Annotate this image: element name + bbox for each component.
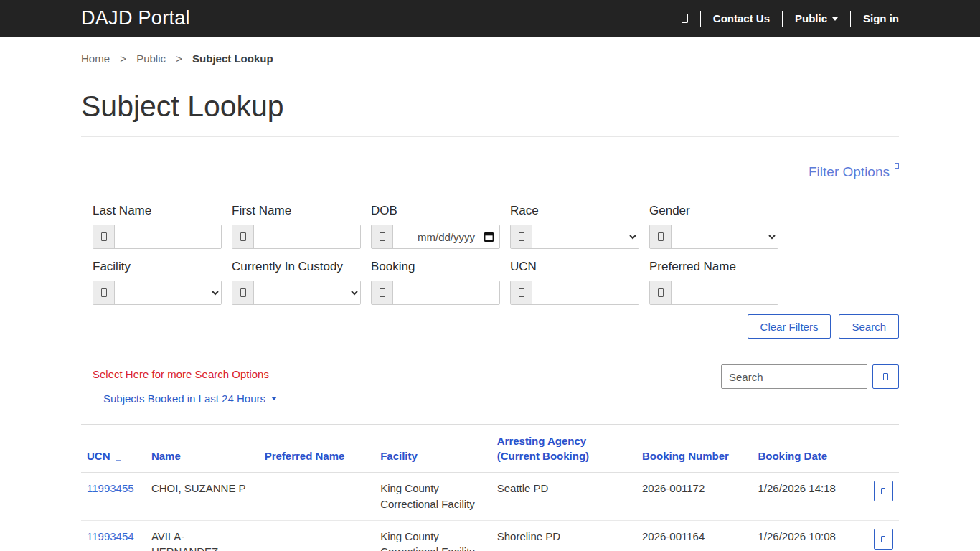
breadcrumb-separator: > [120,52,126,65]
preferred-name-input[interactable] [672,281,778,304]
document-icon [881,536,885,542]
last-name-input[interactable] [115,225,221,248]
breadcrumb-home[interactable]: Home [81,52,110,65]
col-name[interactable]: Name [146,425,259,473]
breadcrumb-current: Subject Lookup [192,52,273,65]
dob-label: DOB [371,204,500,218]
col-facility[interactable]: Facility [374,425,491,473]
row-detail-button[interactable] [874,529,893,550]
first-name-addon [232,225,254,248]
ucn-input[interactable] [532,281,639,304]
results-table: UCN Name Preferred Name Facility Arresti… [81,424,899,551]
nav-divider [700,11,701,27]
cell-preferred-name [259,520,375,551]
facility-addon [93,281,115,304]
race-label: Race [510,204,639,218]
more-search-options-link[interactable]: Select Here for more Search Options [93,368,269,380]
table-search-button[interactable] [872,364,899,389]
nav-public-label: Public [795,12,827,24]
search-icon[interactable] [682,14,688,23]
filter-options-link[interactable]: Filter Options [809,164,899,179]
search-button[interactable]: Search [839,314,899,339]
breadcrumb-public[interactable]: Public [136,52,166,65]
page-title: Subject Lookup [81,90,899,123]
field-icon [101,232,107,241]
race-addon [511,225,532,248]
table-header-row: UCN Name Preferred Name Facility Arresti… [81,425,899,473]
field-icon [658,232,664,241]
dob-field: DOB [371,204,500,249]
last-name-field: Last Name [93,204,222,249]
col-arresting-agency[interactable]: Arresting Agency (Current Booking) [491,425,636,473]
booking-field: Booking [371,260,500,305]
table-search-input[interactable] [721,364,867,389]
col-ucn[interactable]: UCN [81,425,146,473]
filter-row-1: Last Name First Name DOB [81,204,899,249]
cell-booking-number: 2026-001164 [636,520,752,551]
table-row: 11993454 AVILA-HERNANDEZ, AMARANTHA King… [81,520,899,551]
booked-last-24-link[interactable]: Subjects Booked in Last 24 Hours [93,392,277,405]
filter-options-label: Filter Options [809,164,890,179]
cell-agency: Seattle PD [491,473,636,521]
ucn-addon [511,281,532,304]
nav-sign-in[interactable]: Sign in [863,12,899,24]
sort-icon[interactable] [116,453,121,461]
external-link-icon [895,163,899,169]
app-title[interactable]: DAJD Portal [81,7,190,29]
ucn-label: UCN [510,260,639,274]
booked-last-24-label: Subjects Booked in Last 24 Hours [103,392,265,405]
nav-contact-us[interactable]: Contact Us [713,12,770,24]
custody-field: Currently In Custody [232,260,361,305]
list-icon [93,395,98,402]
field-icon [519,288,524,297]
cell-booking-number: 2026-001172 [636,473,752,521]
cell-agency: Shoreline PD [491,520,636,551]
custody-select[interactable] [254,281,360,304]
field-icon [240,288,246,297]
field-icon [380,232,385,241]
race-field: Race [510,204,639,249]
custody-label: Currently In Custody [232,260,361,274]
title-divider [81,136,899,137]
custody-addon [232,281,254,304]
calendar-icon[interactable] [484,232,494,242]
facility-field: Facility [93,260,222,305]
caret-down-icon [832,17,838,21]
clear-filters-button[interactable]: Clear Filters [748,314,831,339]
nav-public-menu[interactable]: Public [795,12,838,24]
race-select[interactable] [532,225,639,248]
caret-down-icon [271,397,277,400]
col-booking-date[interactable]: Booking Date [752,425,868,473]
col-ucn-label: UCN [87,450,110,462]
cell-name: CHOI, SUZANNE P [146,473,259,521]
cell-name: AVILA-HERNANDEZ, AMARANTHA [146,520,259,551]
table-search [721,364,899,389]
cell-booking-date: 1/26/2026 14:18 [752,473,868,521]
last-name-addon [93,225,115,248]
facility-label: Facility [93,260,222,274]
navbar: DAJD Portal Contact Us Public Sign in [0,0,980,37]
breadcrumb: Home > Public > Subject Lookup [81,52,899,65]
preferred-name-label: Preferred Name [649,260,778,274]
booking-addon [372,281,393,304]
nav-divider [850,11,851,27]
filter-row-2: Facility Currently In Custody Booking UC… [81,260,899,305]
first-name-label: First Name [232,204,361,218]
gender-addon [650,225,672,248]
last-name-label: Last Name [93,204,222,218]
col-preferred-name[interactable]: Preferred Name [259,425,375,473]
facility-select[interactable] [115,281,221,304]
booking-input[interactable] [393,281,499,304]
ucn-link[interactable]: 11993455 [87,482,134,494]
booking-label: Booking [371,260,500,274]
row-detail-button[interactable] [874,481,893,501]
first-name-input[interactable] [254,225,360,248]
gender-select[interactable] [672,225,778,248]
cell-booking-date: 1/26/2026 10:08 [752,520,868,551]
first-name-field: First Name [232,204,361,249]
gender-label: Gender [649,204,778,218]
preferred-name-field: Preferred Name [649,260,778,305]
cell-facility: King County Correctional Facility [374,473,491,521]
col-booking-number[interactable]: Booking Number [636,425,752,473]
ucn-link[interactable]: 11993454 [87,530,134,542]
